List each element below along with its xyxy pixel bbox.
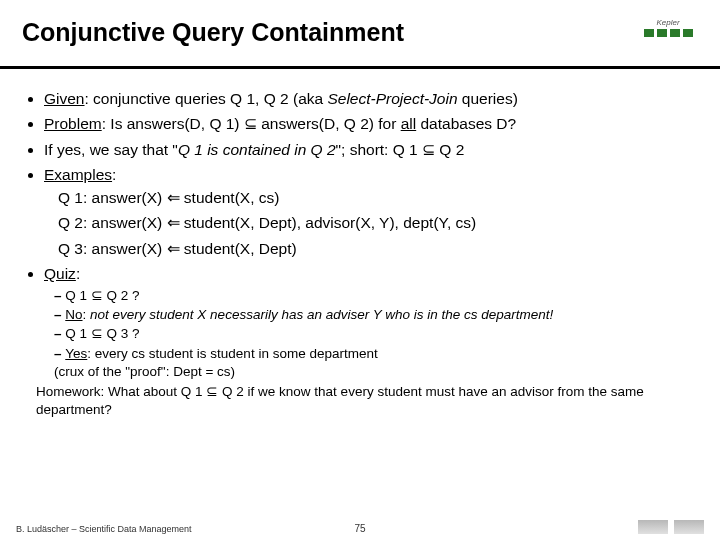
footer-author: B. Ludäscher – Scientific Data Managemen…	[16, 524, 192, 534]
example-q1: Q 1: answer(X) ⇐ student(X, cs)	[58, 186, 698, 209]
quiz-item-2: No: not every student X necessarily has …	[54, 306, 698, 324]
slide-body: Given: conjunctive queries Q 1, Q 2 (aka…	[0, 69, 720, 418]
page-number: 75	[354, 523, 365, 534]
kepler-logo-icon	[644, 29, 693, 37]
slide-header: Conjunctive Query Containment Kepler	[0, 0, 720, 69]
quiz-label: Quiz	[44, 265, 76, 282]
given-label: Given	[44, 90, 85, 107]
sdsc-logo-icon	[638, 520, 668, 534]
bullet-quiz: Quiz:	[44, 262, 698, 285]
bullet-given: Given: conjunctive queries Q 1, Q 2 (aka…	[44, 87, 698, 110]
bullet-examples: Examples: Q 1: answer(X) ⇐ student(X, cs…	[44, 163, 698, 260]
example-q2: Q 2: answer(X) ⇐ student(X, Dept), advis…	[58, 211, 698, 234]
example-q3: Q 3: answer(X) ⇐ student(X, Dept)	[58, 237, 698, 260]
bullet-problem: Problem: Is answers(D, Q 1) ⊆ answers(D,…	[44, 112, 698, 135]
examples-label: Examples	[44, 166, 112, 183]
problem-label: Problem	[44, 115, 102, 132]
quiz-list: Q 1 ⊆ Q 2 ? No: not every student X nece…	[22, 287, 698, 381]
quiz-item-3: Q 1 ⊆ Q 3 ?	[54, 325, 698, 343]
homework-text: Homework: What about Q 1 ⊆ Q 2 if we kno…	[22, 383, 698, 418]
main-bullets: Given: conjunctive queries Q 1, Q 2 (aka…	[22, 87, 698, 285]
quiz-item-4: Yes: every cs student is student in some…	[54, 345, 698, 381]
bullet-ifyes: If yes, we say that "Q 1 is contained in…	[44, 138, 698, 161]
quiz-item-1: Q 1 ⊆ Q 2 ?	[54, 287, 698, 305]
kepler-logo-label: Kepler	[656, 18, 679, 27]
kepler-logo: Kepler	[638, 18, 698, 58]
slide-title: Conjunctive Query Containment	[22, 18, 404, 47]
slide-footer: B. Ludäscher – Scientific Data Managemen…	[0, 520, 720, 534]
examples-list: Q 1: answer(X) ⇐ student(X, cs) Q 2: ans…	[44, 186, 698, 260]
ucsd-logo-icon	[674, 520, 704, 534]
footer-logos	[638, 520, 704, 534]
